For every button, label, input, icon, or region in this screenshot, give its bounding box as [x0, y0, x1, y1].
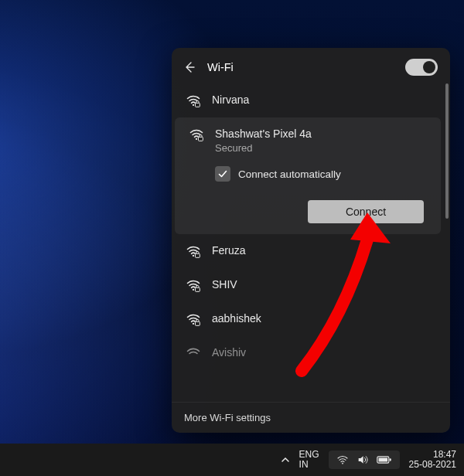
svg-point-2 [196, 138, 197, 140]
wifi-icon [336, 454, 349, 466]
svg-rect-9 [196, 322, 200, 326]
network-item[interactable]: Nirvana [172, 83, 444, 117]
network-item[interactable]: aabhishek [172, 302, 444, 336]
panel-title: Wi-Fi [207, 61, 394, 73]
lang-line-2: IN [299, 460, 319, 470]
network-name: SHIV [212, 277, 237, 291]
svg-rect-1 [196, 103, 200, 107]
selected-network-text: Shashwat's Pixel 4a Secured [215, 127, 312, 154]
network-item[interactable]: Feruza [172, 234, 444, 268]
auto-connect-checkbox[interactable] [215, 166, 230, 182]
network-item-selected[interactable]: Shashwat's Pixel 4a Secured Connect auto… [175, 117, 441, 234]
svg-rect-14 [378, 458, 387, 462]
svg-point-4 [193, 255, 194, 257]
wifi-secured-icon [189, 127, 204, 142]
auto-connect-row: Connect automatically [215, 166, 428, 182]
svg-point-0 [193, 104, 194, 106]
arrow-left-icon [183, 61, 196, 73]
system-tray-cluster[interactable] [329, 450, 400, 469]
chevron-up-icon [281, 455, 290, 464]
wifi-secured-icon [186, 345, 201, 361]
clock[interactable]: 18:47 25-08-2021 [409, 450, 456, 470]
volume-icon [357, 454, 369, 466]
check-icon [217, 168, 228, 179]
auto-connect-label: Connect automatically [238, 168, 341, 180]
selected-header: Shashwat's Pixel 4a Secured [189, 127, 428, 154]
network-scroll-area: Nirvana Shashwat's Pixel 4a Secured [172, 83, 450, 402]
wifi-toggle-knob [423, 61, 435, 73]
svg-point-11 [342, 463, 343, 464]
svg-rect-5 [196, 254, 200, 258]
svg-rect-7 [196, 288, 200, 292]
language-indicator[interactable]: ENG IN [299, 450, 319, 469]
wifi-secured-icon [186, 93, 201, 108]
back-button[interactable] [183, 60, 196, 74]
wifi-secured-icon [186, 277, 201, 293]
clock-date: 25-08-2021 [409, 460, 456, 470]
svg-rect-3 [199, 137, 203, 141]
network-name: Feruza [212, 243, 246, 257]
network-list: Nirvana Shashwat's Pixel 4a Secured [172, 83, 444, 361]
wifi-secured-icon [186, 243, 201, 259]
svg-point-6 [193, 289, 194, 291]
battery-icon [377, 454, 392, 465]
taskbar: ENG IN 18:47 25-08-2021 [0, 444, 464, 476]
tray-overflow-button[interactable] [281, 455, 290, 464]
network-name: Nirvana [212, 93, 249, 107]
wifi-secured-icon [186, 311, 201, 327]
network-name: aabhishek [212, 311, 261, 325]
svg-point-8 [193, 323, 194, 325]
network-secured-label: Secured [215, 142, 312, 154]
network-name: Avishiv [212, 345, 246, 359]
more-wifi-settings-link[interactable]: More Wi-Fi settings [172, 402, 450, 433]
connect-button[interactable]: Connect [308, 200, 424, 223]
scrollbar-thumb[interactable] [445, 83, 449, 219]
network-item[interactable]: Avishiv [172, 336, 444, 361]
network-name: Shashwat's Pixel 4a [215, 127, 312, 141]
connect-row: Connect [189, 200, 428, 223]
svg-rect-13 [389, 458, 391, 461]
network-item[interactable]: SHIV [172, 268, 444, 302]
wifi-panel-header: Wi-Fi [172, 48, 450, 83]
wifi-toggle[interactable] [405, 59, 438, 76]
wifi-flyout-panel: Wi-Fi Nirvana [172, 48, 450, 433]
